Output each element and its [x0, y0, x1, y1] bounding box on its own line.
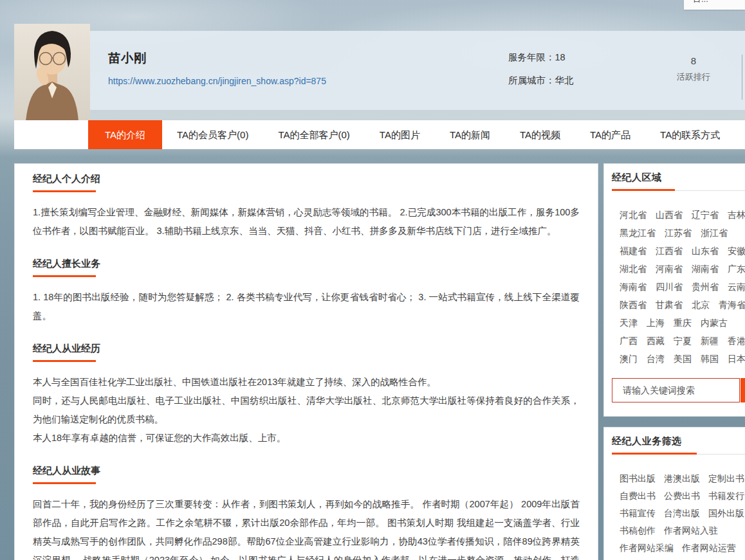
business-link[interactable]: 自费出书	[620, 491, 656, 502]
region-link[interactable]: 内蒙古	[701, 318, 728, 329]
region-link[interactable]: 上海	[647, 318, 665, 329]
region-link[interactable]: 北京	[692, 300, 710, 311]
region-link[interactable]: 吉林省	[728, 210, 745, 221]
panel-underline	[612, 453, 745, 455]
region-link[interactable]: 美国	[674, 354, 692, 365]
region-link[interactable]: 天津	[620, 318, 638, 329]
business-panel: 经纪人业务筛选 图书出版港澳出版定制出书自费出书公费出书书籍发行书籍宣传台湾出版…	[603, 427, 745, 560]
section-heading: 经纪人擅长业务	[33, 258, 580, 269]
region-link[interactable]: 山东省	[692, 246, 719, 257]
heading-underline	[33, 482, 96, 484]
region-link[interactable]: 青海省	[719, 300, 745, 311]
vertical-divider	[742, 55, 742, 100]
region-link[interactable]: 韩国	[701, 354, 719, 365]
region-link[interactable]: 福建省	[620, 246, 647, 257]
region-link[interactable]: 安徽省	[728, 246, 745, 257]
tab-item-4[interactable]: TA的新闻	[435, 120, 505, 149]
region-link[interactable]: 广西	[620, 336, 638, 347]
region-link[interactable]: 陕西省	[620, 300, 647, 311]
business-link[interactable]: 作者网站运营	[682, 543, 736, 554]
region-panel: 经纪人区域 河北省山西省辽宁省吉林省黑龙江省江苏省浙江省福建省江西省山东省安徽省…	[603, 163, 745, 417]
business-link[interactable]: 定制出书	[708, 473, 744, 485]
section-paragraph: 1.擅长策划编写企业管理、金融财经、新闻媒体，新媒体营销，心灵励志等领域的书籍。…	[33, 203, 580, 240]
region-link[interactable]: 香港	[728, 336, 745, 347]
region-link[interactable]: 辽宁省	[692, 210, 719, 221]
tab-item-7[interactable]: TA的联系方式	[645, 120, 735, 149]
region-link-list: 河北省山西省辽宁省吉林省黑龙江省江苏省浙江省福建省江西省山东省安徽省湖北省河南省…	[612, 206, 745, 368]
section-heading: 经纪人个人介绍	[33, 173, 580, 185]
keyword-search	[612, 378, 745, 402]
heading-underline	[33, 190, 96, 192]
main-content-card: 经纪人个人介绍1.擅长策划编写企业管理、金融财经、新闻媒体，新媒体营销，心灵励志…	[14, 163, 598, 560]
region-link[interactable]: 宁夏	[674, 336, 692, 347]
region-link[interactable]: 黑龙江省	[620, 228, 656, 239]
rank-value: 8	[655, 55, 732, 66]
region-link[interactable]: 西藏	[647, 336, 665, 347]
region-link[interactable]: 浙江省	[701, 228, 728, 239]
panel-underline	[612, 189, 745, 191]
region-link[interactable]: 湖南省	[692, 264, 719, 275]
region-link[interactable]: 海南省	[620, 282, 647, 293]
business-link[interactable]: 图书出版	[620, 473, 656, 485]
profile-stats: 服务年限：18 所属城市：华北	[508, 51, 574, 98]
profile-header: 苗小刚 https://www.zuozhebang.cn/jingjiren_…	[90, 31, 745, 110]
region-link[interactable]: 江苏省	[665, 228, 692, 239]
profile-url-link[interactable]: https://www.zuozhebang.cn/jingjiren_show…	[108, 76, 326, 86]
profile-identity: 苗小刚 https://www.zuozhebang.cn/jingjiren_…	[108, 50, 326, 86]
business-link[interactable]: 公费出书	[664, 491, 700, 502]
region-link[interactable]: 云南省	[728, 282, 745, 293]
region-link[interactable]: 河北省	[620, 210, 647, 221]
region-link-row: 天津上海重庆内蒙古	[620, 314, 745, 332]
region-link[interactable]: 日本	[728, 354, 745, 365]
section-paragraph: 回首二十年，我的身份经历了三次重要转变：从作者，到图书策划人，再到如今的战略推手…	[33, 495, 580, 560]
business-link[interactable]: 作者网站入驻	[664, 525, 718, 537]
avatar-portrait-illustration	[14, 24, 90, 121]
region-link[interactable]: 广东省	[728, 264, 745, 275]
region-link-row: 陕西省甘肃省北京青海省	[620, 296, 745, 314]
business-link[interactable]: 台湾出版	[664, 508, 700, 519]
business-link[interactable]: 书籍发行	[708, 491, 744, 502]
tab-item-5[interactable]: TA的视频	[505, 120, 575, 149]
section-heading: 经纪人从业故事	[33, 465, 580, 476]
region-link[interactable]: 湖北省	[620, 264, 647, 275]
tab-item-6[interactable]: TA的产品	[575, 120, 645, 149]
business-link[interactable]: 书籍宣传	[620, 508, 656, 519]
region-link[interactable]: 重庆	[674, 318, 692, 329]
region-link[interactable]: 山西省	[656, 210, 683, 221]
floating-widget[interactable]: 目...	[684, 0, 745, 10]
section-paragraph: 1. 18年的图书出版经验，随时为您答疑解惑； 2. 各类书稿专业代写，让你更省…	[33, 288, 580, 325]
business-link-list: 图书出版港澳出版定制出书自费出书公费出书书籍发行书籍宣传台湾出版国外出版书稿创作…	[612, 470, 745, 557]
tab-bar: TA的介绍TA的会员客户(0)TA的全部客户(0)TA的图片TA的新闻TA的视频…	[14, 120, 745, 149]
tab-item-0[interactable]: TA的介绍	[88, 120, 162, 149]
floating-widget-text: 目...	[693, 0, 708, 4]
business-panel-heading: 经纪人业务筛选	[612, 435, 745, 447]
business-link[interactable]: 国外出版	[708, 508, 744, 519]
tab-item-1[interactable]: TA的会员客户(0)	[162, 120, 263, 149]
region-link[interactable]: 贵州省	[692, 282, 719, 293]
profile-name: 苗小刚	[108, 50, 326, 67]
region-link[interactable]: 江西省	[656, 246, 683, 257]
business-link-row: 书稿创作作者网站入驻	[620, 522, 745, 539]
region-link[interactable]: 澳门	[620, 354, 638, 365]
business-link[interactable]: 作者网站采编	[620, 543, 674, 554]
region-link[interactable]: 新疆	[701, 336, 719, 347]
region-link[interactable]: 四川省	[656, 282, 683, 293]
tab-item-3[interactable]: TA的图片	[365, 120, 435, 149]
region-link[interactable]: 甘肃省	[656, 300, 683, 311]
region-link[interactable]: 台湾	[647, 354, 665, 365]
region-link-row: 河北省山西省辽宁省吉林省	[620, 206, 745, 224]
tab-item-2[interactable]: TA的全部客户(0)	[263, 120, 364, 149]
city-row: 所属城市：华北	[508, 75, 574, 87]
region-link-row: 黑龙江省江苏省浙江省	[620, 224, 745, 242]
service-years-row: 服务年限：18	[508, 51, 574, 64]
business-link[interactable]: 港澳出版	[664, 473, 700, 485]
rank-label: 活跃排行	[655, 71, 732, 83]
keyword-search-input[interactable]	[612, 378, 740, 402]
search-button[interactable]	[740, 378, 745, 402]
business-link[interactable]: 书稿创作	[620, 525, 656, 537]
active-rank: 8 活跃排行	[655, 55, 732, 83]
business-link-row: 图书出版港澳出版定制出书	[620, 470, 745, 487]
region-panel-heading: 经纪人区域	[612, 172, 745, 183]
region-link[interactable]: 河南省	[656, 264, 683, 275]
region-link-row: 广西西藏宁夏新疆香港	[620, 332, 745, 350]
